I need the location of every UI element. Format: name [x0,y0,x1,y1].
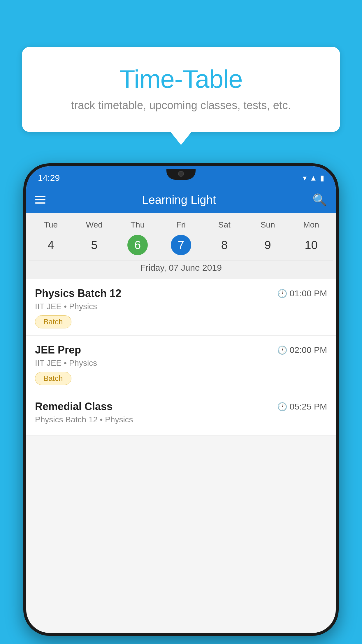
camera [178,171,184,177]
status-time: 14:29 [38,173,60,183]
clock-icon: 🕐 [277,289,287,298]
day-numbers: 45678910 [29,233,333,257]
schedule-item[interactable]: Physics Batch 12 🕐 01:00 PM IIT JEE • Ph… [26,279,336,336]
clock-icon: 🕐 [277,402,287,412]
schedule-item-title: JEE Prep [35,344,81,356]
day-number[interactable]: 9 [246,233,289,257]
schedule-list: Physics Batch 12 🕐 01:00 PM IIT JEE • Ph… [26,279,336,436]
phone-notch [166,169,196,180]
day-header: Thu [116,219,159,231]
schedule-time: 🕐 01:00 PM [277,288,327,298]
app-title: Learning Light [54,193,304,206]
day-header: Tue [29,219,73,231]
card-title: Time-Table [36,64,326,94]
signal-icon: ▲ [310,174,317,183]
phone-screen: 14:29 ▾ ▲ ▮ Learning Light 🔍 TueWedThuFr… [26,166,336,633]
clock-icon: 🕐 [277,345,287,355]
phone-frame: 14:29 ▾ ▲ ▮ Learning Light 🔍 TueWedThuFr… [23,163,339,636]
batch-tag: Batch [35,372,71,385]
day-number[interactable]: 7 [171,235,191,255]
day-number[interactable]: 6 [127,235,148,255]
schedule-item[interactable]: JEE Prep 🕐 02:00 PM IIT JEE • Physics Ba… [26,336,336,392]
app-header: Learning Light 🔍 [26,187,336,213]
schedule-item-header: Remedial Class 🕐 05:25 PM [35,400,327,413]
batch-tag: Batch [35,315,71,328]
day-number[interactable]: 10 [289,233,333,257]
time-value: 05:25 PM [290,402,327,412]
battery-icon: ▮ [320,174,324,183]
status-icons: ▾ ▲ ▮ [303,174,324,183]
speech-bubble: Time-Table track timetable, upcoming cla… [22,47,340,132]
search-icon[interactable]: 🔍 [312,193,327,207]
day-header: Mon [289,219,333,231]
day-header: Sat [203,219,246,231]
schedule-meta: IIT JEE • Physics [35,358,327,368]
schedule-time: 🕐 02:00 PM [277,345,327,355]
schedule-time: 🕐 05:25 PM [277,402,327,412]
schedule-meta: Physics Batch 12 • Physics [35,415,327,424]
schedule-item-title: Physics Batch 12 [35,287,121,300]
day-header: Fri [159,219,203,231]
schedule-item[interactable]: Remedial Class 🕐 05:25 PM Physics Batch … [26,392,336,436]
day-number[interactable]: 5 [73,233,116,257]
time-value: 01:00 PM [290,288,327,298]
day-header: Wed [73,219,116,231]
time-value: 02:00 PM [290,345,327,355]
schedule-meta: IIT JEE • Physics [35,302,327,311]
schedule-item-header: Physics Batch 12 🕐 01:00 PM [35,287,327,300]
day-number[interactable]: 4 [29,233,73,257]
day-header: Sun [246,219,289,231]
wifi-icon: ▾ [303,174,307,183]
day-number[interactable]: 8 [203,233,246,257]
selected-date-label: Friday, 07 June 2019 [29,260,333,276]
schedule-item-title: Remedial Class [35,400,113,413]
day-headers: TueWedThuFriSatSunMon [29,219,333,231]
calendar-section: TueWedThuFriSatSunMon 45678910 Friday, 0… [26,213,336,279]
card-subtitle: track timetable, upcoming classes, tests… [36,99,326,112]
hamburger-menu-button[interactable] [35,196,45,204]
schedule-item-header: JEE Prep 🕐 02:00 PM [35,344,327,356]
